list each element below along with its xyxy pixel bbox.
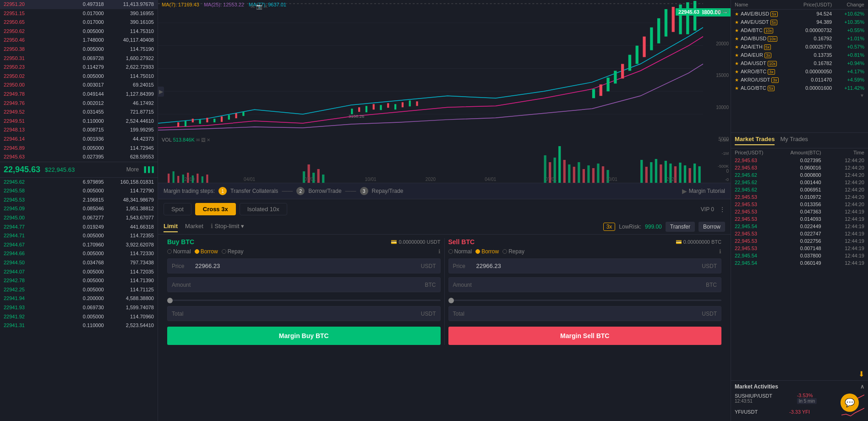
orderbook-sell-row[interactable]: 22949.510.1100002,524.44610 xyxy=(0,117,158,126)
step2-num: 2 xyxy=(296,187,305,195)
market-trades-tab[interactable]: Market Trades xyxy=(735,136,775,145)
orderbook-sell-row[interactable]: 22950.620.005000114.75310 xyxy=(0,27,158,36)
pair-row[interactable]: ★ADA/USDT10x0.16782+0.94% xyxy=(731,59,868,67)
pair-price: 0.011470 xyxy=(800,77,832,82)
buy-repay-radio[interactable]: Repay xyxy=(222,248,244,255)
orderbook-buy-row[interactable]: 22944.770.019249441.66318 xyxy=(0,223,158,232)
pair-row[interactable]: ★ALGO/BTC5x0.00001600+11.42% xyxy=(731,84,868,92)
margin-buy-button[interactable]: Margin Buy BTC xyxy=(167,327,441,345)
my-trades-tab[interactable]: My Trades xyxy=(780,136,808,145)
orderbook-buy-row[interactable]: 22944.070.005000114.72035 xyxy=(0,268,158,277)
margin-sell-button[interactable]: Margin Sell BTC xyxy=(448,327,722,345)
orderbook-sell-row[interactable]: 22950.461.74800040,117.40408 xyxy=(0,36,158,45)
orderbook-buy-row[interactable]: 22941.310.1100002,523.54410 xyxy=(0,321,158,330)
buy-info-icon[interactable]: ℹ xyxy=(438,248,441,255)
orderbook-sell-row[interactable]: 22945.630.027395628.59553 xyxy=(0,153,158,162)
margin-tutorial-link[interactable]: ▶ Margin Tutorial xyxy=(682,187,725,195)
pair-row[interactable]: ★ADA/BUSD10x0.16792+1.01% xyxy=(731,34,868,43)
orderbook-buy-row[interactable]: 22944.670.1709603,922.62078 xyxy=(0,241,158,250)
buy-price-input[interactable] xyxy=(167,258,441,273)
pair-price: 0.13735 xyxy=(800,52,832,58)
buy-borrow-radio[interactable]: Borrow xyxy=(195,248,218,255)
trade-amount: 0.006951 xyxy=(778,187,821,192)
trade-row: 22,945.530.04736312:44:19 xyxy=(731,208,868,215)
svg-rect-31 xyxy=(636,46,639,64)
orderbook-buy-row[interactable]: 22942.780.005000114.71390 xyxy=(0,276,158,285)
orderbook-buy-row[interactable]: 22944.710.005000114.72355 xyxy=(0,231,158,241)
orderbook-sell-row[interactable]: 22950.000.00301769.24015 xyxy=(0,81,158,90)
sell-normal-radio[interactable]: Normal xyxy=(448,248,472,255)
cross-tab[interactable]: Cross 3x xyxy=(195,203,236,215)
sell-price-input[interactable] xyxy=(448,258,722,273)
leverage-badge: 10x xyxy=(768,36,777,42)
orderbook-sell-row[interactable]: 22948.130.008715199.99295 xyxy=(0,126,158,135)
orderbook-sell-row[interactable]: 22951.150.017000390.16955 xyxy=(0,9,158,18)
orderbook-sell-row[interactable]: 22950.310.0697281,600.27922 xyxy=(0,54,158,63)
orderbook-buy-row[interactable]: 22944.660.005000114.72330 xyxy=(0,249,158,258)
spot-tab[interactable]: Spot xyxy=(164,203,191,215)
sell-amount: 1.748000 xyxy=(54,36,104,44)
sell-amount-slider[interactable] xyxy=(448,300,722,301)
orderbook-buy-row[interactable]: 22941.920.005000114.70960 xyxy=(0,312,158,322)
orderbook-sell-row[interactable]: 22950.380.005000114.75190 xyxy=(0,45,158,54)
buy-amount-slider[interactable] xyxy=(167,300,441,301)
activities-collapse-icon[interactable]: ∧ xyxy=(860,383,864,390)
download-icon[interactable]: ⬇ xyxy=(731,368,868,380)
sell-total-unit: USDT xyxy=(702,311,717,317)
sell-price: 22950.00 xyxy=(4,81,54,89)
sell-borrow-radio[interactable]: Borrow xyxy=(475,248,499,255)
step3-link[interactable]: Repay/Trade xyxy=(372,188,404,194)
orderbook-sell-row[interactable]: 22945.890.005000114.72945 xyxy=(0,144,158,153)
orderbook-sell-row[interactable]: 22951.200.49731811,413.97678 xyxy=(0,0,158,9)
step2-link[interactable]: Borrow/Trade xyxy=(308,188,341,194)
limit-tab[interactable]: Limit xyxy=(164,221,178,232)
orderbook-sell-row[interactable]: 22950.230.1142792,622.72933 xyxy=(0,63,158,72)
buy-total-unit: USDT xyxy=(421,311,436,317)
orderbook-sell-row[interactable]: 22950.650.017000390.16105 xyxy=(0,18,158,27)
sell-total-input[interactable] xyxy=(448,306,722,321)
pair-row[interactable]: ★ADA/EUR3x0.13735+0.81% xyxy=(731,51,868,59)
isolated-tab[interactable]: Isolated 10x xyxy=(240,203,287,215)
orderbook-buy-row[interactable]: 22945.626.979895160,158.01831 xyxy=(0,178,158,187)
trade-row: 22,945.530.01335612:44:20 xyxy=(731,201,868,208)
orderbook-buy-row[interactable]: 22942.250.005000114.71125 xyxy=(0,285,158,295)
orderbook-sell-row[interactable]: 22946.140.00193644.42373 xyxy=(0,135,158,144)
transfer-button[interactable]: Transfer xyxy=(666,222,695,232)
buy-amount-input[interactable] xyxy=(167,277,441,292)
buy-amount: 0.170960 xyxy=(54,241,104,249)
chart-collapse-button[interactable]: ▶ xyxy=(158,87,164,97)
orderbook-buy-row[interactable]: 22941.930.0697301,599.74078 xyxy=(0,303,158,312)
sell-amount-input[interactable] xyxy=(448,277,722,292)
buy-total-input[interactable] xyxy=(167,306,441,321)
chat-bubble-button[interactable]: 💬 xyxy=(841,394,859,412)
orderbook-sell-row[interactable]: 22949.760.00201246.17492 xyxy=(0,99,158,108)
pair-row[interactable]: ★ADA/BTC10x0.00000732+0.55% xyxy=(731,26,868,34)
svg-rect-10 xyxy=(213,119,215,122)
orderbook-buy-row[interactable]: 22945.532.10681548,341.98679 xyxy=(0,196,158,205)
pair-row[interactable]: ★ADA/ETH5x0.00025776+0.57% xyxy=(731,43,868,51)
orderbook-buy-row[interactable]: 22945.090.0850461,951.38812 xyxy=(0,204,158,213)
svg-rect-20 xyxy=(387,103,389,108)
market-tab[interactable]: Market xyxy=(185,221,203,232)
orderbook-buy-row[interactable]: 22945.000.0672771,543.67077 xyxy=(0,213,158,223)
orderbook-buy-row[interactable]: 22941.940.2000004,588.38800 xyxy=(0,294,158,303)
orderbook-buy-row[interactable]: 22945.580.005000114.72790 xyxy=(0,186,158,196)
stop-limit-tab[interactable]: ℹ Stop-limit ▾ xyxy=(211,221,244,232)
pair-row[interactable]: ★AKRO/BTC3x0.00000050+4.17% xyxy=(731,67,868,76)
vol-icons[interactable]: ✉ 🖼 ✕ xyxy=(196,137,211,142)
borrow-button[interactable]: Borrow xyxy=(699,222,725,232)
orderbook-sell-row[interactable]: 22949.780.0491441,127.84399 xyxy=(0,90,158,99)
pair-row[interactable]: ★AKRO/USDT3x0.011470+4.59% xyxy=(731,76,868,84)
more-options-icon[interactable]: ⋮ xyxy=(720,206,725,213)
step1-link[interactable]: Transfer Collaterals xyxy=(230,188,278,194)
buy-normal-radio[interactable]: Normal xyxy=(167,248,191,255)
orderbook-buy-row[interactable]: 22944.500.034768797.73438 xyxy=(0,258,158,268)
sell-repay-radio[interactable]: Repay xyxy=(502,248,524,255)
sell-amount: 0.497318 xyxy=(54,0,104,9)
sell-info-icon[interactable]: ℹ xyxy=(719,248,721,255)
orderbook-sell-row[interactable]: 22949.520.031455721.87715 xyxy=(0,108,158,117)
pair-row[interactable]: ★AAVE/BUSD5x94.524+10.62% xyxy=(731,10,868,18)
more-button[interactable]: More ▐▐▐ xyxy=(126,166,154,173)
orderbook-sell-row[interactable]: 22950.020.005000114.75010 xyxy=(0,72,158,81)
pair-row[interactable]: ★AAVE/USDT5x94.389+10.35% xyxy=(731,18,868,26)
